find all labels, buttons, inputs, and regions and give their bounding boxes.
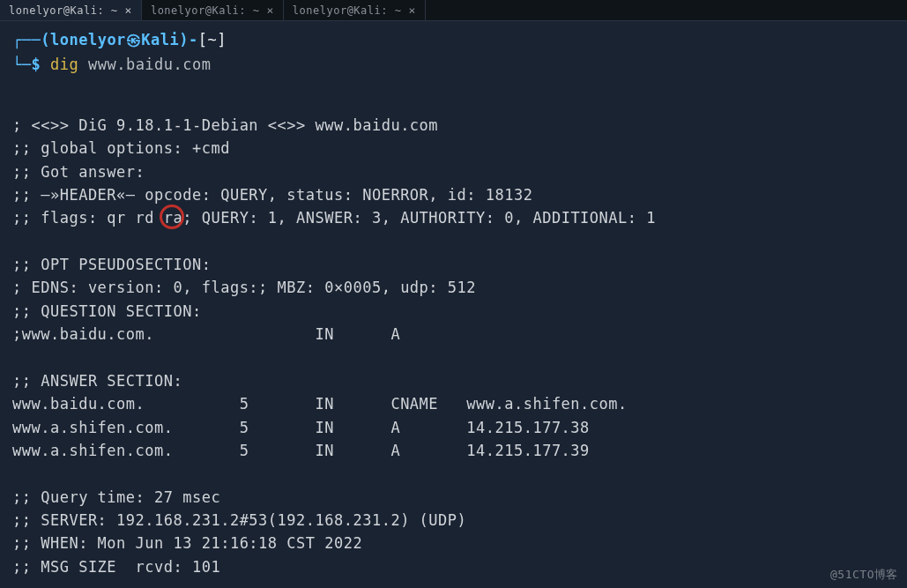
prompt-line-1: ┌──(lonelyor㉿Kali)-[~]	[12, 28, 895, 51]
bracket-close: ]	[217, 31, 227, 48]
out-l4: ;; Got answer:	[12, 163, 145, 181]
out-l11: ;www.baidu.com. IN A	[12, 325, 400, 343]
prompt-user: lonelyor	[50, 31, 126, 48]
out-l5: ;; —»HEADER«— opcode: QUERY, status: NOE…	[12, 186, 532, 204]
out-l2: ; <<>> DiG 9.18.1-1-Debian <<>> www.baid…	[12, 116, 438, 134]
prompt-host: Kali	[141, 31, 179, 48]
flags-prefix: ;; flags: qr rd	[12, 209, 164, 227]
out-l20: ;; WHEN: Mon Jun 13 21:16:18 CST 2022	[12, 534, 362, 552]
terminal-body[interactable]: ┌──(lonelyor㉿Kali)-[~] └─$ dig www.baidu…	[0, 21, 907, 585]
tab-bar: lonelyor@Kali: ~ × lonelyor@Kali: ~ × lo…	[0, 0, 907, 21]
out-l19: ;; SERVER: 192.168.231.2#53(192.168.231.…	[12, 511, 466, 529]
tab-label: lonelyor@Kali: ~	[9, 4, 118, 17]
out-l8: ;; OPT PSEUDOSECTION:	[12, 256, 211, 273]
command: dig	[50, 56, 78, 73]
prompt-dollar: $	[31, 56, 41, 73]
paren-close: )	[179, 31, 189, 48]
bracket-open: [	[198, 31, 208, 48]
prompt-corner-bot: └─	[12, 56, 31, 73]
highlighted-ra: ra	[164, 209, 182, 227]
prompt-dash: -	[189, 31, 198, 48]
annotation-circle-icon	[160, 205, 184, 229]
close-icon[interactable]: ×	[408, 4, 415, 17]
out-l15: www.a.shifen.com. 5 IN A 14.215.177.38	[12, 419, 590, 436]
flags-suffix: ; QUERY: 1, ANSWER: 3, AUTHORITY: 0, ADD…	[182, 209, 656, 227]
terminal-tab-3[interactable]: lonelyor@Kali: ~ ×	[284, 0, 426, 20]
prompt-path: ~	[208, 31, 218, 48]
tab-label: lonelyor@Kali: ~	[151, 4, 260, 17]
out-l6: ;; flags: qr rd ra; QUERY: 1, ANSWER: 3,…	[12, 209, 656, 227]
terminal-tab-1[interactable]: lonelyor@Kali: ~ ×	[0, 0, 142, 20]
out-l14: www.baidu.com. 5 IN CNAME www.a.shifen.c…	[12, 395, 628, 413]
out-l10: ;; QUESTION SECTION:	[12, 302, 202, 320]
prompt-line-2: └─$ dig www.baidu.com	[12, 53, 895, 76]
out-l16: www.a.shifen.com. 5 IN A 14.215.177.39	[12, 442, 590, 459]
out-l9: ; EDNS: version: 0, flags:; MBZ: 0×0005,…	[12, 279, 476, 296]
watermark: @51CTO博客	[830, 567, 898, 583]
prompt-corner: ┌──	[12, 31, 41, 48]
close-icon[interactable]: ×	[125, 4, 132, 17]
out-l13: ;; ANSWER SECTION:	[12, 372, 182, 390]
command-arg: www.baidu.com	[88, 56, 212, 73]
paren-open: (	[41, 31, 50, 48]
out-l18: ;; Query time: 27 msec	[12, 488, 220, 506]
terminal-output: ; <<>> DiG 9.18.1-1-Debian <<>> www.baid…	[12, 91, 895, 578]
tab-label: lonelyor@Kali: ~	[293, 4, 402, 17]
close-icon[interactable]: ×	[267, 4, 274, 17]
terminal-tab-2[interactable]: lonelyor@Kali: ~ ×	[142, 0, 284, 20]
out-l3: ;; global options: +cmd	[12, 139, 230, 157]
prompt-sep: ㉿	[126, 31, 142, 48]
out-l21: ;; MSG SIZE rcvd: 101	[12, 558, 220, 576]
